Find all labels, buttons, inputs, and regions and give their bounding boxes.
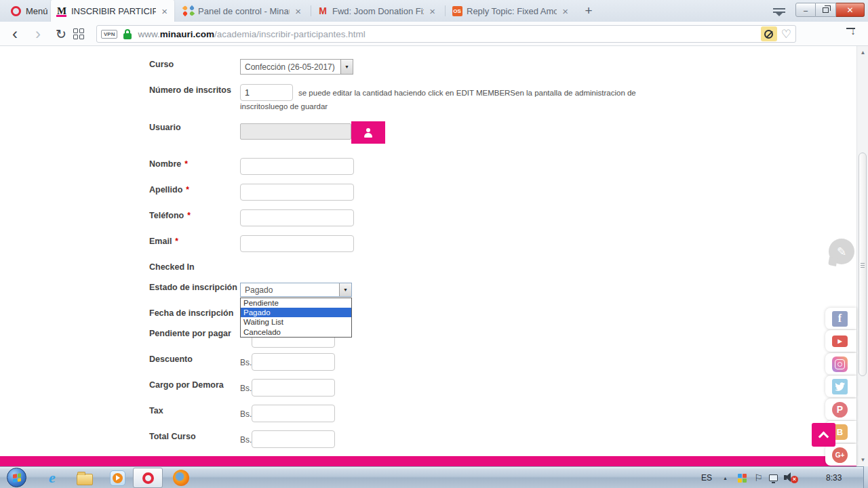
scrollbar-down-icon[interactable]: ▼ [857,457,868,463]
minimize-button[interactable]: – [795,3,816,17]
descuento-input[interactable] [252,353,335,371]
taskbar-opera-button-active[interactable] [133,468,163,488]
tab-title: INSCRIBIR PARTICIPANTES [71,6,156,16]
tab-inscribir-participantes[interactable]: M INSCRIBIR PARTICIPANTES × [51,0,174,22]
tab-separator [311,5,311,16]
network-icon[interactable] [769,467,778,488]
tab-menu-icon[interactable] [773,6,791,17]
email-input[interactable] [240,235,354,252]
label-email: Email* [149,237,178,246]
tab-panel-de-control[interactable]: Panel de control - Minauri × [178,0,308,22]
screen: Menú M INSCRIBIR PARTICIPANTES × Panel d… [0,0,868,488]
estado-select[interactable]: Pagado ▼ [240,283,352,297]
scrollbar-thumb[interactable] [859,152,867,376]
label-estado-inscripcion: Estado de inscripción [149,283,237,292]
label-usuario: Usuario [149,123,181,132]
new-tab-button[interactable]: + [578,0,599,22]
taskbar-mediaplayer-button[interactable] [103,467,132,488]
folder-icon [77,474,93,485]
start-button[interactable] [7,468,26,487]
opera-menu-button[interactable]: Menú [4,0,55,22]
tab-close-icon[interactable]: × [294,5,302,17]
taskbar-firefox-button[interactable] [167,467,195,488]
telefono-input[interactable] [240,209,354,226]
speed-dial-icon[interactable] [73,28,84,39]
adblock-badge[interactable] [761,26,777,41]
instagram-icon [832,357,848,372]
pinterest-link[interactable]: P [825,399,856,420]
tax-input[interactable] [252,405,335,422]
currency-prefix: Bs. [240,409,252,419]
facebook-link[interactable]: f [825,308,856,329]
vertical-scrollbar[interactable]: ▲ ▼ [856,46,868,466]
taskbar-ie-button[interactable]: e [38,467,66,488]
twitter-icon [832,379,848,394]
curso-select-value: Confección (26-05-2017) [241,62,340,72]
language-indicator[interactable]: ES [701,467,712,488]
option-waiting-list[interactable]: Waiting List [241,317,351,327]
taskbar-explorer-button[interactable] [71,467,99,488]
option-pendiente[interactable]: Pendiente [241,298,351,308]
feedback-bubble-button[interactable]: ✎ [829,239,854,264]
address-bar: ‹ › ↻ VPN www.minauri.com/academia/inscr… [0,22,868,46]
bookmark-heart-icon[interactable]: ♡ [781,27,791,41]
instagram-link[interactable] [825,353,856,375]
curso-select[interactable]: Confección (26-05-2017) ▼ [240,59,353,75]
tab-title: Fwd: Joom Donation Fixed [332,6,424,16]
scrollbar-up-icon[interactable]: ▲ [857,49,868,56]
option-cancelado[interactable]: Cancelado [241,327,351,337]
cargo-por-demora-input[interactable] [252,379,335,396]
downloads-button[interactable]: ↓ [846,27,860,41]
blocked-icon [764,30,773,39]
tray-app-icon[interactable] [738,467,747,488]
pinterest-icon: P [832,402,848,418]
label-total-curso: Total Curso [149,432,196,441]
opera-icon [142,472,154,484]
action-center-flag-icon[interactable]: ⚐ [754,467,763,488]
twitter-link[interactable] [825,375,856,397]
tray-expand-icon[interactable]: ▲ [723,467,728,488]
tab-close-icon[interactable]: × [428,5,437,17]
windows-logo-icon [13,473,21,483]
label-checked-in: Checked In [149,262,195,272]
required-asterisk: * [175,237,178,246]
reload-button[interactable]: ↻ [52,22,71,46]
youtube-link[interactable]: ▶ [825,330,856,352]
option-pagado[interactable]: Pagado [241,308,351,317]
close-button[interactable]: ✕ [836,3,865,17]
apellido-input[interactable] [240,184,354,201]
inscritos-note-line1: se puede editar la cantidad haciendo cli… [298,89,636,97]
forward-button[interactable]: › [28,22,47,46]
url-field[interactable]: VPN www.minauri.com/academia/inscribir-p… [96,25,796,43]
show-desktop-button[interactable] [863,466,868,488]
usuario-input [240,123,351,140]
tab-close-icon[interactable]: × [160,5,169,17]
tab-close-icon[interactable]: × [561,5,570,17]
restore-icon [823,7,829,13]
label-nombre: Nombre* [149,159,188,169]
label-tax: Tax [149,406,163,415]
vpn-badge[interactable]: VPN [101,30,117,39]
scroll-to-top-button[interactable] [812,423,835,447]
media-player-icon [110,470,125,486]
url-text: www.minauri.com/academia/inscribir-parti… [138,29,365,39]
tab-reply-topic[interactable]: OS Reply Topic: Fixed Amount × [446,0,575,22]
tab-title: Reply Topic: Fixed Amount [467,6,557,16]
nombre-input[interactable] [240,158,354,175]
tab-gmail-fwd[interactable]: M Fwd: Joom Donation Fixed × [312,0,442,22]
total-curso-input[interactable] [252,430,335,448]
googleplus-icon: G+ [832,447,848,463]
internet-explorer-icon: e [49,469,56,487]
inscritos-note-line2: inscritosluego de guardar [240,102,328,110]
curso-select-arrow-icon[interactable]: ▼ [340,60,353,74]
googleplus-link[interactable]: G+ [825,444,856,466]
restore-button[interactable] [816,3,836,17]
back-button[interactable]: ‹ [5,22,24,46]
clock[interactable]: 8:33 [826,467,856,488]
estado-select-arrow-icon[interactable]: ▼ [339,283,351,296]
select-user-button[interactable] [351,121,385,144]
label-curso: Curso [149,60,174,69]
secure-lock-icon[interactable] [123,29,132,39]
estado-dropdown-list: Pendiente Pagado Waiting List Cancelado [240,298,352,338]
numero-inscritos-input[interactable] [240,84,293,101]
